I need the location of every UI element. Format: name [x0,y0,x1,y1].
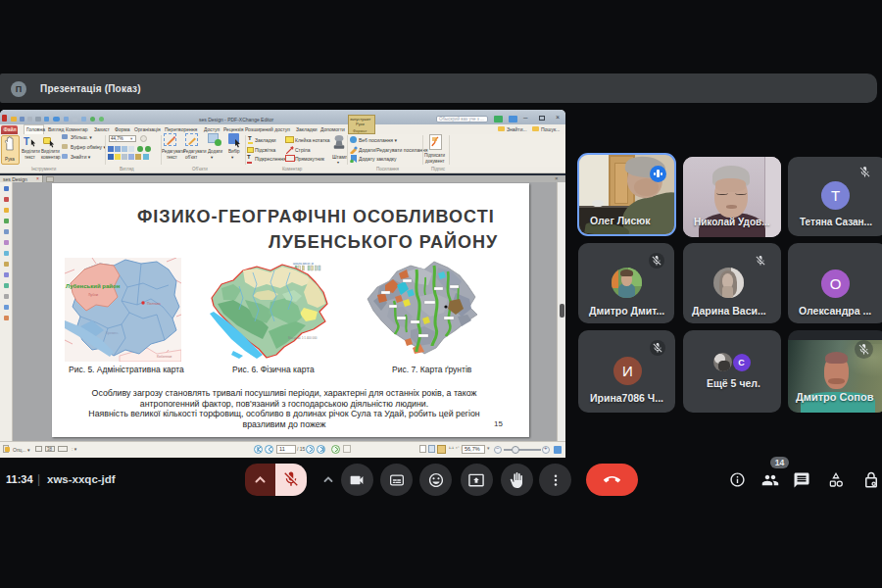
svg-text:Кобеляки: Кобеляки [157,355,172,359]
svg-text:Полтава: Полтава [147,302,161,306]
svg-text:Лубенський район: Лубенський район [66,283,121,289]
svg-text:Масштаб 1:1 400 000: Масштаб 1:1 400 000 [288,336,318,340]
svg-text:Кремен.: Кремен. [106,331,119,335]
svg-text:Лубни: Лубни [88,293,98,297]
svg-text:шкала висот, м: шкала висот, м [293,262,314,266]
